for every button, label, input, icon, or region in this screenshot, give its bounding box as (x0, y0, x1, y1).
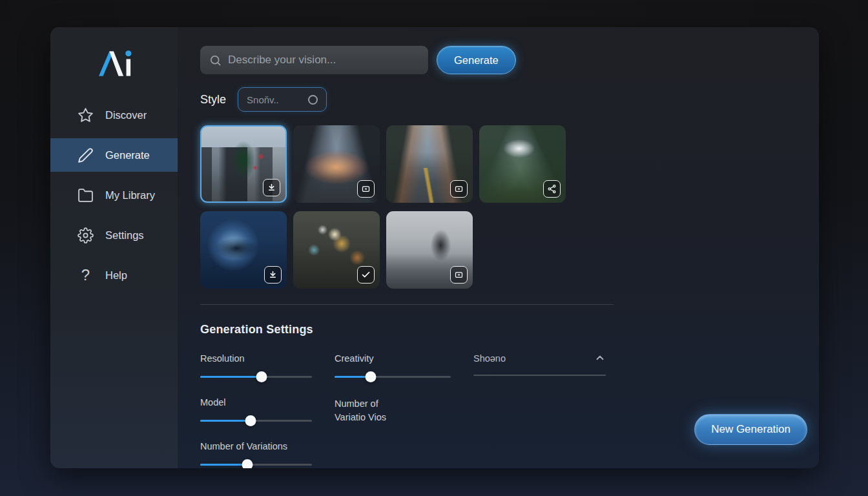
empty-cell (473, 397, 606, 426)
style-label: Style (200, 93, 226, 107)
sidebar-item-help[interactable]: ? Help (50, 258, 178, 292)
caption-line-2: Variatio Vios (335, 411, 451, 424)
variations-slider-group: Number of Variations (200, 441, 312, 468)
new-generation-button[interactable]: New Generation (694, 414, 807, 445)
prompt-input[interactable] (228, 54, 419, 67)
dropdown-label: Shoəno (473, 353, 506, 364)
generate-button[interactable]: Generate (437, 46, 516, 74)
sidebar-item-label: My Library (105, 189, 155, 202)
app-window: Discover Generate My Library Setting (50, 27, 819, 468)
thumbnail-foggy-city[interactable] (386, 211, 473, 289)
sidebar-item-settings[interactable]: Settings (50, 218, 178, 252)
thumbnail-valley-sunset[interactable] (293, 125, 380, 203)
slider-fill (200, 464, 247, 466)
sidebar-item-my-library[interactable]: My Library (50, 178, 178, 212)
slider-knob[interactable] (256, 371, 267, 382)
creativity-slider[interactable] (335, 371, 451, 382)
question-icon: ? (78, 266, 94, 284)
creativity-label: Creativity (335, 353, 451, 364)
sidebar-item-label: Generate (105, 149, 150, 161)
sidebar-item-label: Settings (105, 229, 144, 242)
style-selector-value: Snoňv.. (247, 94, 279, 105)
resolution-slider-group: Resolution (200, 353, 312, 382)
download-icon[interactable] (264, 266, 282, 284)
slider-fill (200, 376, 262, 378)
slider-knob[interactable] (242, 459, 253, 468)
style-row: Style Snoňv.. (200, 87, 819, 112)
image-icon[interactable] (357, 180, 375, 198)
download-icon[interactable] (263, 179, 280, 196)
settings-title: Generation Settings (200, 323, 819, 336)
image-icon[interactable] (450, 266, 468, 284)
sidebar-item-generate[interactable]: Generate (50, 138, 178, 172)
thumbnail-autumn-road[interactable] (386, 125, 473, 203)
thumbnail-green-valley[interactable] (479, 125, 566, 203)
thumbnail-night-city[interactable] (293, 211, 380, 289)
number-of-variations-caption: Number of Variatio Vios (335, 397, 451, 426)
model-slider-group: Model (200, 397, 312, 426)
variations-slider[interactable] (200, 459, 312, 468)
style-selector[interactable]: Snoňv.. (238, 87, 327, 112)
resolution-slider[interactable] (200, 371, 312, 382)
gear-icon (78, 227, 94, 243)
chevron-up-icon[interactable] (594, 352, 606, 364)
thumbnail-scifi-ship[interactable] (200, 211, 287, 289)
circle-icon (308, 95, 318, 105)
shoeno-dropdown-group: Shoəno (473, 353, 606, 382)
caption-line-1: Number of (335, 397, 451, 411)
sidebar-item-label: Help (105, 269, 127, 282)
section-divider (200, 304, 614, 305)
model-label: Model (200, 397, 312, 408)
star-icon (78, 107, 94, 123)
slider-knob[interactable] (245, 415, 256, 426)
pen-icon (78, 147, 94, 163)
check-icon[interactable] (357, 266, 375, 284)
slider-knob[interactable] (365, 371, 376, 382)
dropdown-underline (473, 375, 606, 376)
sidebar: Discover Generate My Library Setting (50, 27, 178, 468)
creativity-slider-group: Creativity (335, 353, 451, 382)
variations-label: Number of Variations (200, 441, 312, 451)
main-content: Generate Style Snoňv.. (178, 27, 819, 468)
thumbnail-city-dusk[interactable] (200, 125, 287, 203)
app-logo-icon (92, 48, 137, 79)
prompt-bar: Generate (200, 46, 819, 74)
folder-icon (78, 187, 94, 203)
thumbnail-grid (200, 125, 614, 289)
image-icon[interactable] (450, 180, 468, 198)
sidebar-nav: Discover Generate My Library Setting (50, 98, 178, 292)
search-icon (209, 54, 222, 67)
sidebar-item-discover[interactable]: Discover (50, 98, 178, 132)
resolution-label: Resolution (200, 353, 312, 364)
settings-grid: Resolution Creativity Shoəno (200, 353, 614, 468)
slider-fill (200, 420, 251, 422)
sidebar-item-label: Discover (105, 109, 147, 121)
model-slider[interactable] (200, 415, 312, 426)
prompt-input-container (200, 46, 428, 74)
share-icon[interactable] (543, 180, 561, 198)
